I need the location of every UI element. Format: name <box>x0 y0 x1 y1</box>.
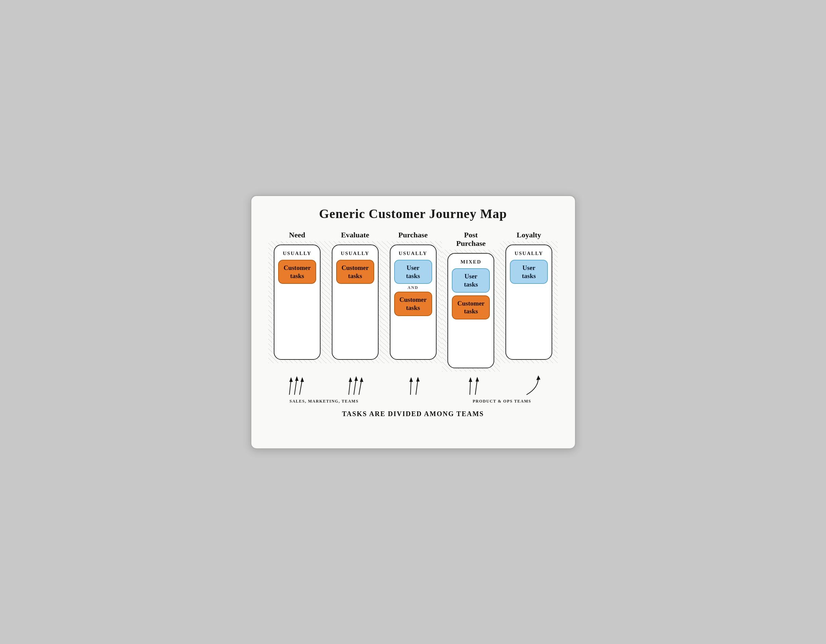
loyalty-arrow-group <box>502 374 561 397</box>
page-title: Generic Customer Journey Map <box>265 206 561 221</box>
phase-purchase-task-user: Usertasks <box>394 260 432 284</box>
phase-post-purchase-usually: MIXED <box>460 259 481 265</box>
phase-purchase-task-customer: Customertasks <box>394 292 432 316</box>
svg-marker-13 <box>410 377 413 382</box>
phase-post-purchase-task-user: Usertasks <box>452 268 490 293</box>
evaluate-arrow-svg <box>342 374 366 397</box>
phase-post-purchase-task-customer: Customertasks <box>452 295 490 320</box>
svg-marker-19 <box>475 377 479 382</box>
whiteboard: Triangle Offense LLC @2023 Generic Custo… <box>250 195 576 449</box>
svg-marker-3 <box>295 376 298 381</box>
phase-evaluate-hatch: USUALLY Customertasks <box>326 241 384 363</box>
right-team-label: PRODUCT & OPS TEAMS <box>472 399 531 404</box>
svg-marker-5 <box>301 377 304 382</box>
phase-post-purchase: PostPurchase MIXED Usertasks Customertas… <box>442 231 500 372</box>
phase-evaluate-label: Evaluate <box>341 231 369 239</box>
svg-line-8 <box>354 379 356 395</box>
phase-post-purchase-label: PostPurchase <box>456 231 485 248</box>
phase-post-purchase-hatch: MIXED Usertasks Customertasks <box>442 250 500 372</box>
phase-need-label: Need <box>289 231 305 239</box>
need-arrow-group <box>265 374 324 397</box>
postpurchase-arrow-group <box>442 374 502 397</box>
phase-loyalty-task-user: Usertasks <box>510 260 548 284</box>
evaluate-arrow-group <box>324 374 384 397</box>
phase-need-card: USUALLY Customertasks <box>274 245 321 360</box>
phase-evaluate-usually: USUALLY <box>341 251 370 256</box>
left-team-label: SALES, MARKETING, TEAMS <box>289 399 359 404</box>
svg-marker-20 <box>536 376 540 380</box>
phase-purchase-and: AND <box>408 285 419 290</box>
phase-loyalty-hatch: USUALLY Usertasks <box>500 241 558 363</box>
phase-evaluate: Evaluate USUALLY Customertasks <box>326 231 384 372</box>
purchase-arrow-group <box>384 374 442 403</box>
phase-loyalty-card: USUALLY Usertasks <box>505 245 552 360</box>
phase-evaluate-task-customer: Customertasks <box>336 260 374 284</box>
phase-post-purchase-card: MIXED Usertasks Customertasks <box>447 253 494 368</box>
phase-need-task-customer: Customertasks <box>278 260 316 284</box>
journey-map-area: Need USUALLY Customertasks Evaluate USUA… <box>265 231 561 372</box>
svg-marker-17 <box>469 377 472 382</box>
svg-marker-11 <box>360 377 363 382</box>
phase-need: Need USUALLY Customertasks <box>268 231 326 372</box>
footer-text: TASKS ARE DIVIDED AMONG TEAMS <box>265 410 561 418</box>
svg-marker-9 <box>354 376 358 381</box>
need-arrow-svg <box>283 374 306 397</box>
phase-evaluate-card: USUALLY Customertasks <box>332 245 379 360</box>
postpurchase-arrow-svg <box>460 374 484 397</box>
purchase-arrow-svg <box>401 374 425 397</box>
svg-marker-1 <box>289 377 293 382</box>
phase-need-usually: USUALLY <box>283 251 311 256</box>
svg-line-2 <box>295 379 297 395</box>
phase-purchase-card: USUALLY Usertasks AND Customertasks <box>390 245 436 360</box>
phase-loyalty: Loyalty USUALLY Usertasks <box>500 231 558 372</box>
phase-purchase: Purchase USUALLY Usertasks AND Customert… <box>384 231 442 372</box>
phase-loyalty-usually: USUALLY <box>515 251 543 256</box>
loyalty-arrow-svg <box>520 374 543 397</box>
phase-purchase-label: Purchase <box>398 231 427 239</box>
phase-purchase-hatch: USUALLY Usertasks AND Customertasks <box>384 241 442 363</box>
svg-marker-7 <box>349 377 352 382</box>
arrows-row: SALES, MARKETING, TEAMS <box>265 374 561 404</box>
phase-need-hatch: USUALLY Customertasks <box>268 241 326 363</box>
svg-marker-15 <box>416 377 419 382</box>
phase-loyalty-label: Loyalty <box>517 231 541 239</box>
phase-purchase-usually: USUALLY <box>399 251 427 256</box>
